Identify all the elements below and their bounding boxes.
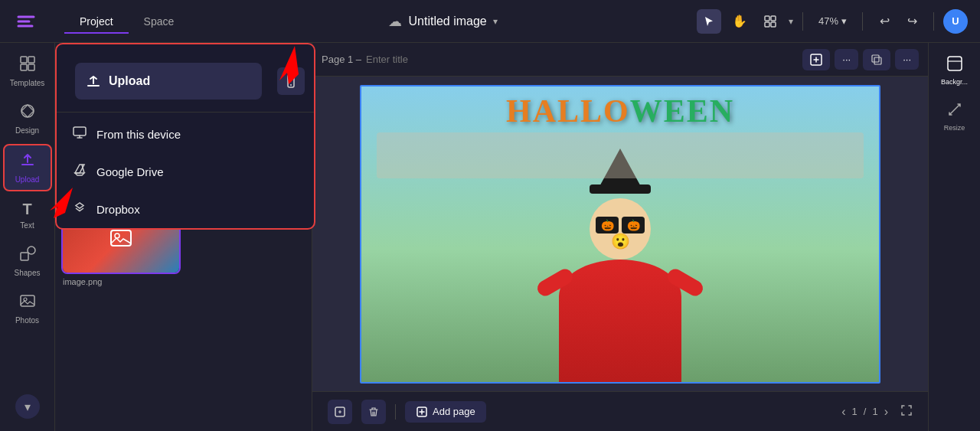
sidebar: Templates Design Upload T Text Shapes [0, 43, 55, 431]
upload-main-button[interactable]: Upload [75, 63, 262, 100]
dropdown-divider [57, 112, 314, 113]
background-icon [946, 55, 963, 76]
avatar[interactable]: U [943, 9, 968, 34]
dropbox-icon [72, 200, 87, 219]
next-page-button[interactable]: › [884, 405, 888, 419]
upload-main-label: Upload [109, 74, 150, 88]
copy-button[interactable] [863, 49, 890, 70]
tab-space[interactable]: Space [129, 11, 190, 32]
zoom-chevron-icon: ▾ [841, 15, 847, 27]
logo[interactable] [12, 8, 40, 35]
svg-rect-26 [874, 57, 881, 64]
sidebar-item-label-shapes: Shapes [15, 269, 41, 277]
sidebar-item-label-text: Text [20, 221, 34, 230]
svg-rect-30 [948, 57, 962, 70]
zoom-value: 47% [818, 15, 838, 27]
topbar-title-section: ☁ Untitled image ▾ [198, 13, 688, 30]
svg-point-17 [290, 84, 292, 86]
text-icon: T [22, 201, 31, 218]
svg-rect-8 [28, 57, 34, 63]
svg-rect-18 [74, 127, 86, 136]
hand-tool[interactable]: ✋ [727, 9, 752, 34]
bottom-bar: Add page ‹ 1 / 1 › [312, 391, 928, 431]
add-page-button[interactable]: Add page [405, 401, 486, 423]
svg-rect-5 [765, 22, 769, 27]
divider2 [862, 12, 863, 31]
shapes-icon [19, 245, 36, 266]
mobile-upload-button[interactable] [277, 67, 305, 95]
google-drive-label: Google Drive [96, 165, 164, 178]
svg-point-24 [115, 233, 119, 238]
undo-button[interactable]: ↩ [872, 9, 897, 34]
canvas-toolbar-actions: ··· ··· [802, 49, 919, 70]
page-total: 1 [872, 406, 877, 417]
sidebar-item-text[interactable]: T Text [3, 194, 52, 236]
canvas-frame[interactable]: HALLOWEEN [360, 85, 880, 384]
undo-redo-group: ↩ ↪ [872, 9, 924, 34]
layout-chevron-icon[interactable]: ▾ [789, 16, 793, 27]
upload-icon [19, 152, 36, 172]
more-page-options-button[interactable]: ··· [895, 49, 919, 70]
sidebar-item-label-upload: Upload [15, 175, 40, 184]
resize-icon [946, 101, 963, 122]
panel: Upload From this device Google Drive [55, 43, 312, 431]
right-panel: Backgr... Resize [928, 43, 980, 431]
right-panel-resize-label: Resize [944, 124, 965, 132]
redo-button[interactable]: ↪ [900, 9, 924, 34]
fullscreen-button[interactable] [900, 404, 913, 420]
tab-project[interactable]: Project [64, 11, 129, 32]
svg-point-11 [21, 105, 34, 117]
layout-tool[interactable] [758, 9, 782, 34]
more-options-button[interactable]: ··· [835, 49, 858, 70]
google-drive-option[interactable]: Google Drive [57, 153, 314, 191]
page-title-input[interactable] [366, 54, 458, 65]
delete-page-button[interactable] [361, 400, 386, 424]
right-panel-resize[interactable]: Resize [932, 95, 978, 138]
add-page-label: Add page [433, 406, 475, 417]
page-move-button[interactable] [328, 400, 352, 424]
sidebar-item-photos[interactable]: Photos [3, 286, 52, 331]
sidebar-item-design[interactable]: Design [3, 96, 52, 141]
svg-rect-10 [28, 64, 34, 70]
monitor-icon [72, 125, 87, 144]
svg-rect-12 [21, 253, 28, 260]
sidebar-item-templates[interactable]: Templates [3, 49, 52, 93]
google-drive-icon [72, 162, 87, 181]
svg-rect-9 [21, 64, 27, 70]
svg-rect-4 [771, 16, 776, 21]
page-navigation: ‹ 1 / 1 › [841, 404, 913, 420]
svg-rect-14 [21, 295, 34, 306]
page-sep: / [864, 406, 867, 417]
image-label: image.png [61, 274, 181, 289]
divider3 [933, 12, 934, 31]
upload-dropdown: Upload From this device Google Drive [55, 43, 315, 230]
add-image-button[interactable] [802, 49, 830, 70]
right-panel-background[interactable]: Backgr... [932, 49, 978, 92]
svg-rect-27 [872, 55, 879, 62]
svg-rect-7 [21, 57, 27, 63]
page-label: Page 1 – [322, 54, 361, 65]
page-title-area: Page 1 – [322, 54, 458, 65]
zoom-control[interactable]: 47% ▾ [812, 12, 853, 30]
design-icon [19, 103, 36, 123]
sidebar-item-upload[interactable]: Upload [3, 144, 52, 191]
chevron-down-icon[interactable]: ▾ [493, 16, 498, 27]
sidebar-item-shapes[interactable]: Shapes [3, 239, 52, 283]
topbar: Project Space ☁ Untitled image ▾ ✋ ▾ 47%… [0, 0, 980, 43]
cloud-icon: ☁ [388, 13, 402, 30]
dropbox-label: Dropbox [96, 203, 140, 216]
cursor-tool[interactable] [697, 9, 721, 34]
right-panel-background-label: Backgr... [941, 78, 968, 86]
divider [802, 12, 803, 31]
dropbox-option[interactable]: Dropbox [57, 191, 314, 228]
sidebar-more-button[interactable]: ▾ [15, 394, 40, 419]
svg-rect-23 [111, 230, 131, 246]
svg-rect-3 [765, 16, 769, 21]
doc-title[interactable]: Untitled image [408, 15, 486, 28]
from-device-option[interactable]: From this device [57, 116, 314, 153]
main-layout: Templates Design Upload T Text Shapes [0, 43, 980, 431]
topbar-tools: ✋ ▾ 47% ▾ ↩ ↪ U [697, 9, 968, 34]
canvas-image: HALLOWEEN [361, 87, 879, 382]
sidebar-item-label-templates: Templates [10, 79, 45, 87]
prev-page-button[interactable]: ‹ [841, 405, 845, 419]
